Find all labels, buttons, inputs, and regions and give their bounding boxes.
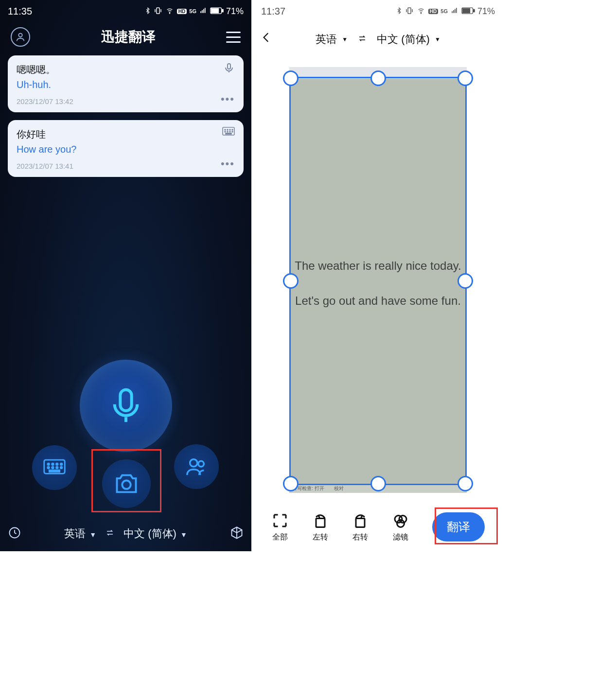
status-bar: 11:35 HD 5G 71% bbox=[0, 0, 251, 22]
crop-rectangle[interactable] bbox=[289, 77, 467, 485]
svg-rect-5 bbox=[205, 8, 206, 13]
signal-icon bbox=[199, 7, 208, 16]
app-header: 迅捷翻译 bbox=[0, 22, 251, 55]
profile-button[interactable] bbox=[11, 27, 30, 47]
network-5g: 5G bbox=[189, 8, 196, 14]
svg-rect-45 bbox=[316, 518, 325, 527]
svg-point-9 bbox=[18, 34, 22, 37]
crop-handle-bottom-left[interactable] bbox=[283, 476, 299, 491]
voice-record-button[interactable] bbox=[80, 360, 172, 452]
crop-handle-left[interactable] bbox=[283, 273, 299, 289]
swap-languages-icon[interactable] bbox=[356, 34, 368, 45]
svg-point-34 bbox=[198, 461, 204, 467]
svg-rect-0 bbox=[157, 8, 159, 14]
from-language[interactable]: 英语▼ bbox=[316, 32, 348, 47]
app-title: 迅捷翻译 bbox=[101, 28, 156, 46]
crop-handle-right[interactable] bbox=[458, 273, 473, 289]
svg-rect-4 bbox=[203, 9, 204, 13]
crop-handle-bottom[interactable] bbox=[370, 476, 386, 491]
svg-point-24 bbox=[52, 463, 54, 465]
svg-rect-44 bbox=[463, 8, 470, 13]
crop-handle-top-right[interactable] bbox=[458, 70, 473, 86]
rotate-left-button[interactable]: 左转 bbox=[312, 512, 329, 542]
svg-rect-38 bbox=[452, 11, 453, 13]
svg-point-26 bbox=[60, 463, 62, 465]
svg-rect-10 bbox=[228, 64, 230, 69]
back-button[interactable] bbox=[260, 31, 273, 46]
svg-point-27 bbox=[48, 467, 50, 469]
status-bar: 11:37 HD 5G 71% bbox=[253, 0, 503, 22]
history-target: How are you? bbox=[17, 144, 235, 155]
status-icons: HD 5G 71% bbox=[396, 6, 495, 17]
svg-rect-21 bbox=[120, 390, 131, 411]
svg-rect-7 bbox=[222, 9, 223, 12]
crop-handle-top[interactable] bbox=[370, 70, 386, 86]
conversation-mode-button[interactable] bbox=[174, 444, 219, 489]
svg-point-28 bbox=[52, 467, 54, 469]
bluetooth-icon bbox=[396, 6, 403, 17]
left-screen: 11:35 HD 5G 71% 迅捷翻译 bbox=[0, 0, 251, 551]
svg-rect-31 bbox=[49, 470, 59, 472]
camera-mode-button[interactable] bbox=[102, 459, 151, 508]
mic-icon bbox=[223, 62, 235, 76]
cube-icon[interactable] bbox=[230, 526, 244, 541]
svg-point-25 bbox=[56, 463, 58, 465]
svg-point-37 bbox=[421, 13, 421, 13]
menu-button[interactable] bbox=[226, 32, 241, 43]
svg-point-14 bbox=[229, 129, 230, 130]
bluetooth-icon bbox=[144, 6, 151, 17]
svg-point-13 bbox=[227, 129, 228, 130]
status-time: 11:37 bbox=[261, 6, 285, 17]
svg-point-19 bbox=[232, 131, 233, 132]
crop-area[interactable]: The weather is really nice today. Let's … bbox=[279, 62, 477, 500]
battery-pct: 71% bbox=[226, 6, 244, 17]
svg-rect-43 bbox=[473, 9, 475, 12]
to-language[interactable]: 中文 (简体)▼ bbox=[377, 32, 440, 47]
svg-point-17 bbox=[227, 131, 228, 132]
svg-point-49 bbox=[397, 520, 405, 527]
svg-rect-2 bbox=[200, 11, 201, 13]
svg-point-16 bbox=[225, 131, 226, 132]
svg-rect-40 bbox=[455, 9, 456, 13]
hd-icon: HD bbox=[177, 9, 187, 14]
svg-rect-39 bbox=[453, 10, 454, 13]
history-card[interactable]: 你好哇 How are you? 2023/12/07 13:41 ••• bbox=[8, 120, 244, 177]
crop-header: 英语▼ 中文 (简体)▼ bbox=[253, 22, 503, 56]
vibrate-icon bbox=[405, 6, 414, 17]
keyboard-icon bbox=[222, 127, 235, 139]
crop-toolbar: 全部 左转 右转 滤镜 翻译 bbox=[253, 503, 503, 551]
svg-point-12 bbox=[225, 129, 226, 130]
crop-handle-top-left[interactable] bbox=[283, 70, 299, 86]
battery-pct: 71% bbox=[477, 6, 495, 17]
rotate-right-button[interactable]: 右转 bbox=[352, 512, 369, 542]
to-language[interactable]: 中文 (简体)▼ bbox=[123, 526, 187, 541]
keyboard-mode-button[interactable] bbox=[32, 445, 77, 490]
svg-point-33 bbox=[190, 459, 197, 467]
crop-handle-bottom-right[interactable] bbox=[458, 476, 473, 491]
translate-button[interactable]: 翻译 bbox=[432, 512, 485, 541]
select-all-button[interactable]: 全部 bbox=[271, 512, 289, 542]
from-language[interactable]: 英语▼ bbox=[64, 526, 96, 541]
language-bar: 英语▼ 中文 (简体)▼ bbox=[0, 516, 251, 551]
photo-footer-text: 校对 bbox=[334, 485, 344, 491]
status-time: 11:35 bbox=[8, 6, 32, 17]
svg-rect-41 bbox=[456, 8, 457, 13]
wifi-icon bbox=[165, 7, 175, 16]
right-screen: 11:37 HD 5G 71% 英语▼ bbox=[251, 0, 503, 551]
history-icon[interactable] bbox=[8, 526, 21, 541]
wifi-icon bbox=[416, 7, 426, 16]
battery-icon bbox=[461, 7, 475, 16]
svg-rect-36 bbox=[408, 8, 411, 14]
history-source: 嗯嗯嗯。 bbox=[17, 63, 235, 76]
history-target: Uh-huh. bbox=[17, 79, 235, 90]
svg-rect-20 bbox=[226, 133, 231, 134]
history-source: 你好哇 bbox=[17, 128, 235, 141]
more-icon[interactable]: ••• bbox=[221, 93, 235, 105]
swap-languages-icon[interactable] bbox=[104, 527, 116, 540]
more-icon[interactable]: ••• bbox=[221, 157, 235, 170]
filter-button[interactable]: 滤镜 bbox=[392, 512, 409, 542]
svg-point-23 bbox=[48, 463, 50, 465]
svg-point-32 bbox=[122, 481, 130, 489]
signal-icon bbox=[450, 7, 459, 16]
history-card[interactable]: 嗯嗯嗯。 Uh-huh. 2023/12/07 13:42 ••• bbox=[8, 55, 244, 112]
